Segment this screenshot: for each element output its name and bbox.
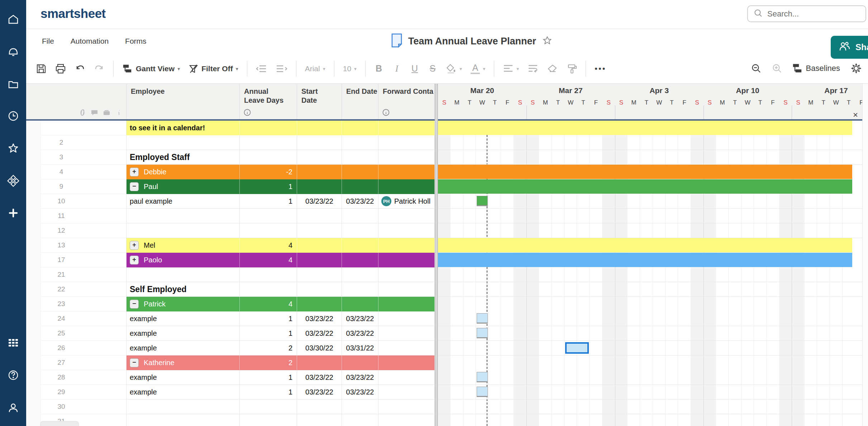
annual-leave-days-cell[interactable] [240, 121, 297, 135]
end-date-cell[interactable] [342, 223, 378, 238]
eraser-button[interactable] [547, 64, 558, 74]
start-date-cell[interactable] [297, 150, 342, 165]
end-date-cell[interactable] [342, 297, 378, 311]
row-number[interactable]: 10 [41, 194, 127, 209]
annual-leave-days-cell[interactable] [240, 282, 297, 297]
employee-cell[interactable]: example [127, 341, 240, 355]
solution-center-icon[interactable] [7, 174, 20, 187]
forward-contact-cell[interactable] [378, 135, 435, 150]
row-number[interactable] [41, 121, 127, 135]
text-color-button[interactable]: A▾ [471, 63, 485, 74]
zoom-out-button[interactable] [751, 63, 762, 74]
menu-forms[interactable]: Forms [125, 37, 147, 45]
start-date-cell[interactable] [297, 414, 342, 426]
row-number[interactable]: 21 [41, 267, 127, 282]
filter-button[interactable]: Filter Off ▾ [189, 64, 238, 74]
forward-contact-cell[interactable] [378, 355, 435, 370]
employee-cell[interactable]: example [127, 326, 240, 341]
end-date-cell[interactable]: 03/23/22 [342, 311, 378, 326]
attachment-paperclip-icon[interactable] [78, 109, 86, 116]
employee-cell[interactable] [127, 414, 240, 426]
row-number[interactable]: 24 [41, 311, 127, 326]
employee-cell[interactable]: +Mel [127, 238, 240, 253]
column-header-end-date[interactable]: End Date [342, 83, 378, 121]
annual-leave-days-cell[interactable]: 1 [240, 385, 297, 400]
start-date-cell[interactable]: 03/23/22 [297, 194, 342, 209]
proof-box-icon[interactable] [103, 109, 110, 116]
forward-contact-cell[interactable] [378, 253, 435, 267]
gantt-bar[interactable] [438, 238, 852, 253]
end-date-cell[interactable] [342, 414, 378, 426]
home-icon[interactable] [7, 13, 20, 26]
start-date-cell[interactable] [297, 400, 342, 414]
row-number[interactable]: 12 [41, 223, 127, 238]
row-number[interactable]: 29 [41, 385, 127, 400]
end-date-cell[interactable] [342, 355, 378, 370]
start-date-cell[interactable] [297, 297, 342, 311]
favorites-star-icon[interactable] [7, 142, 20, 155]
vertical-scrollbar[interactable] [862, 83, 868, 426]
start-date-cell[interactable] [297, 165, 342, 179]
forward-contact-cell[interactable] [378, 385, 435, 400]
gantt-bar[interactable] [477, 328, 488, 338]
underline-button[interactable]: U [410, 63, 419, 74]
employee-cell[interactable]: Employed Staff [127, 150, 240, 165]
end-date-cell[interactable] [342, 253, 378, 267]
notifications-bell-icon[interactable] [7, 45, 20, 58]
wrap-text-button[interactable] [528, 64, 538, 73]
forward-contact-cell[interactable] [378, 179, 435, 194]
employee-cell[interactable]: +Debbie [127, 165, 240, 179]
start-date-cell[interactable] [297, 282, 342, 297]
start-date-cell[interactable] [297, 267, 342, 282]
more-options-button[interactable]: ••• [595, 64, 606, 73]
expand-toggle[interactable]: − [130, 358, 139, 367]
forward-contact-cell[interactable] [378, 267, 435, 282]
employee-cell[interactable] [127, 400, 240, 414]
fill-color-button[interactable]: ▾ [446, 63, 462, 74]
share-button[interactable]: Sha [831, 36, 868, 59]
favorite-star-icon[interactable] [542, 35, 553, 47]
font-size-select[interactable]: 10 ▾ [343, 64, 357, 73]
horizontal-scrollbar-thumb[interactable] [40, 421, 79, 426]
end-date-cell[interactable]: 03/23/22 [342, 194, 378, 209]
annual-leave-days-cell[interactable]: 1 [240, 311, 297, 326]
forward-contact-cell[interactable] [378, 400, 435, 414]
end-date-cell[interactable] [342, 282, 378, 297]
gantt-bar-selected[interactable] [565, 342, 589, 354]
employee-cell[interactable]: to see it in a calendar! [127, 121, 240, 135]
undo-button[interactable] [75, 63, 85, 74]
expand-toggle[interactable]: + [130, 241, 139, 250]
gantt-bar[interactable] [477, 313, 488, 324]
annual-leave-days-cell[interactable] [240, 135, 297, 150]
employee-cell[interactable]: example [127, 311, 240, 326]
row-number[interactable]: 11 [41, 209, 127, 223]
forward-contact-cell[interactable]: PHPatrick Holl [378, 194, 435, 209]
employee-cell[interactable]: paul example [127, 194, 240, 209]
gantt-bar[interactable] [477, 387, 488, 397]
annual-leave-days-cell[interactable]: 1 [240, 326, 297, 341]
forward-contact-cell[interactable] [378, 150, 435, 165]
column-info-icon[interactable] [382, 108, 390, 118]
row-number[interactable]: 4 [41, 165, 127, 179]
start-date-cell[interactable]: 03/23/22 [297, 326, 342, 341]
start-date-cell[interactable]: 03/23/22 [297, 311, 342, 326]
forward-contact-cell[interactable] [378, 121, 435, 135]
forward-contact-cell[interactable] [378, 209, 435, 223]
end-date-cell[interactable] [342, 267, 378, 282]
annual-leave-days-cell[interactable] [240, 400, 297, 414]
forward-contact-cell[interactable] [378, 414, 435, 426]
expand-toggle[interactable]: − [130, 300, 139, 309]
create-plus-icon[interactable] [7, 207, 20, 219]
start-date-cell[interactable] [297, 121, 342, 135]
outdent-button[interactable] [256, 64, 267, 73]
row-number[interactable]: 25 [41, 326, 127, 341]
annual-leave-days-cell[interactable]: -2 [240, 165, 297, 179]
column-header-forward-contact[interactable]: Forward Conta [378, 83, 435, 121]
annual-leave-days-cell[interactable] [240, 150, 297, 165]
end-date-cell[interactable] [342, 150, 378, 165]
employee-cell[interactable] [127, 223, 240, 238]
column-info-icon[interactable] [243, 108, 251, 118]
row-number[interactable]: 3 [41, 150, 127, 165]
forward-contact-cell[interactable] [378, 223, 435, 238]
gantt-bar[interactable] [438, 179, 852, 194]
